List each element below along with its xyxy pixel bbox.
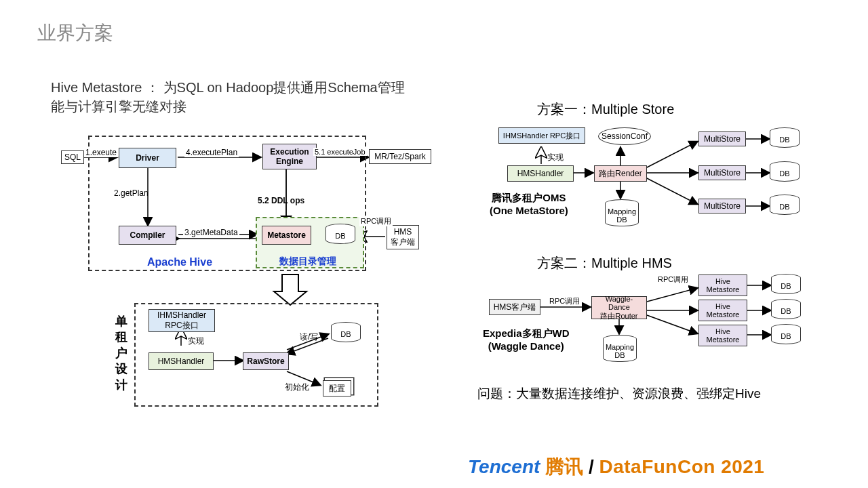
hms-client-box: HMS 客户端 (387, 225, 419, 249)
tencent-logo-en: Tencent (468, 456, 540, 477)
s1-impl: 实现 (546, 152, 565, 163)
s1-mapping-db-icon: Mapping DB (605, 199, 639, 230)
lbl-getplan: 2.getPlan (113, 188, 150, 198)
sql-box: SQL (61, 150, 84, 164)
s2-db2: DB (771, 299, 801, 323)
apache-hive-label: Apache Hive (147, 256, 212, 268)
s2-rpc2: RPC调用 (656, 274, 690, 285)
s2-ms3: Hive Metastore (698, 325, 747, 346)
svg-line-27 (647, 315, 697, 333)
footer-sep: / (589, 456, 599, 477)
s1-sessionconf: SessionConf (598, 127, 651, 145)
problem-text: 问题：大量数据连接维护、资源浪费、强绑定Hive (477, 385, 761, 403)
svg-line-25 (647, 288, 697, 302)
lbl-execjob: 5.1 executeJob (313, 148, 367, 156)
lbl-ddl: 5.2 DDL ops (256, 196, 306, 205)
single-tenant-label: 单租户设计 (115, 314, 129, 393)
svg-line-19 (646, 178, 697, 204)
s1-hmshandler: HMSHandler (507, 165, 574, 182)
scheme1-title: 方案一：Multiple Store (537, 100, 674, 119)
datafuncon-logo: DataFunCon 2021 (599, 456, 764, 477)
s1-ihms-rpc: IHMSHandler RPC接口 (498, 127, 585, 144)
scheme2-title: 方案二：Multiple HMS (537, 254, 672, 272)
s2-db1: DB (771, 274, 801, 298)
s2-ms1: Hive Metastore (698, 274, 747, 296)
exec-engine-box: Execution Engine (262, 144, 317, 169)
metastore-box: Metastore (262, 226, 311, 245)
s2-ms2: Hive Metastore (698, 300, 747, 321)
lbl-execute: 1.exeute (84, 148, 118, 157)
s2-caption: Expedia多租户WD (Waggle Dance) (483, 327, 570, 352)
s1-db3: DB (770, 195, 800, 219)
driver-box: Driver (119, 148, 176, 168)
lbl-getmeta: 3.getMetaData (183, 228, 239, 237)
s1-ms3: MultiStore (698, 199, 746, 214)
lbl-init: 初始化 (283, 382, 311, 393)
svg-line-17 (646, 142, 697, 168)
footer: Tencent 腾讯 / DataFunCon 2021 (468, 454, 764, 480)
s1-ms1: MultiStore (698, 131, 746, 146)
lbl-rw: 读/写 (298, 331, 319, 343)
s1-db2: DB (770, 161, 800, 186)
s2-mapping-db-icon: Mapping DB (603, 335, 637, 366)
s2-client: HMS客户端 (489, 299, 540, 315)
db2-icon: DB (331, 322, 361, 346)
s2-db3: DB (771, 324, 801, 348)
s1-ms2: MultiStore (698, 165, 746, 180)
s1-db1: DB (770, 127, 800, 152)
s1-router: 路由Render (594, 165, 647, 182)
ihms-rpc-box: IHMSHandler RPC接口 (149, 309, 215, 332)
tencent-logo-cn: 腾讯 (545, 456, 583, 477)
metastore-mgmt-label: 数据目录管理 (279, 256, 336, 268)
compiler-box: Compiler (119, 226, 176, 245)
subtitle: Hive Metastore ： 为SQL on Hadoop提供通用Schem… (51, 78, 405, 116)
mr-box: MR/Tez/Spark (369, 149, 431, 164)
hmshandler-box: HMSHandler (149, 352, 214, 370)
s2-router: Waggle-Dance 路由Router (591, 296, 647, 319)
config-box: 配置 (323, 380, 351, 396)
lbl-rpc-left: RPC调用 (359, 216, 393, 226)
db-icon: DB (326, 224, 355, 248)
rawstore-box: RawStore (243, 352, 289, 370)
lbl-impl-left: 实现 (186, 336, 205, 347)
lbl-execplan: 4.executePlan (184, 148, 239, 157)
s2-rpc1: RPC调用 (548, 296, 581, 306)
page-title: 业界方案 (37, 20, 113, 46)
s1-caption: 腾讯多租户OMS (One MetaStore) (490, 192, 568, 216)
